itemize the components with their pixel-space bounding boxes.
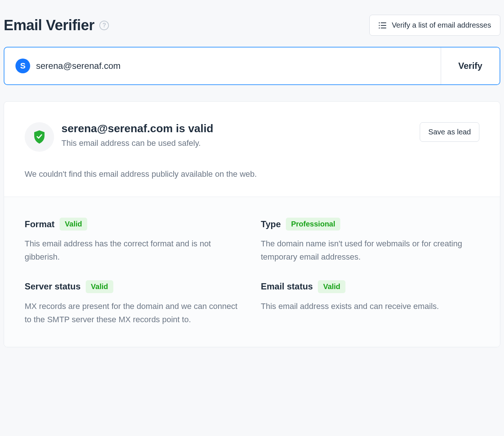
detail-desc: This email address has the correct forma… bbox=[25, 237, 243, 264]
verify-list-button[interactable]: Verify a list of email addresses bbox=[369, 15, 500, 36]
status-badge: Valid bbox=[86, 280, 113, 293]
detail-format: Format Valid This email address has the … bbox=[25, 218, 243, 264]
help-icon[interactable]: ? bbox=[99, 21, 109, 30]
verify-button[interactable]: Verify bbox=[441, 48, 500, 84]
detail-email-status: Email status Valid This email address ex… bbox=[261, 280, 479, 327]
result-card: serena@serenaf.com is valid This email a… bbox=[4, 101, 500, 347]
status-badge: Valid bbox=[60, 218, 87, 231]
shield-check-icon bbox=[25, 122, 54, 152]
search-card: S Verify bbox=[4, 47, 500, 85]
email-input[interactable] bbox=[36, 61, 430, 71]
avatar: S bbox=[15, 59, 30, 73]
svg-point-2 bbox=[379, 25, 379, 25]
detail-desc: This email address exists and can receiv… bbox=[261, 300, 479, 313]
not-found-text: We couldn't find this email address publ… bbox=[4, 169, 500, 197]
detail-title: Type bbox=[261, 219, 281, 229]
save-as-lead-button[interactable]: Save as lead bbox=[420, 122, 479, 142]
result-heading: serena@serenaf.com is valid bbox=[61, 122, 213, 135]
status-badge: Valid bbox=[318, 280, 345, 293]
verify-list-label: Verify a list of email addresses bbox=[392, 21, 491, 29]
detail-server-status: Server status Valid MX records are prese… bbox=[25, 280, 243, 327]
detail-desc: MX records are present for the domain an… bbox=[25, 300, 243, 327]
page-title: Email Verifier bbox=[4, 17, 94, 34]
detail-title: Email status bbox=[261, 281, 313, 292]
svg-point-0 bbox=[379, 22, 379, 23]
detail-title: Format bbox=[25, 219, 54, 229]
svg-point-4 bbox=[379, 28, 379, 28]
status-badge: Professional bbox=[286, 218, 340, 231]
detail-title: Server status bbox=[25, 281, 81, 292]
detail-desc: The domain name isn't used for webmails … bbox=[261, 237, 479, 264]
list-icon bbox=[379, 22, 387, 29]
result-subheading: This email address can be used safely. bbox=[61, 138, 213, 148]
detail-type: Type Professional The domain name isn't … bbox=[261, 218, 479, 264]
